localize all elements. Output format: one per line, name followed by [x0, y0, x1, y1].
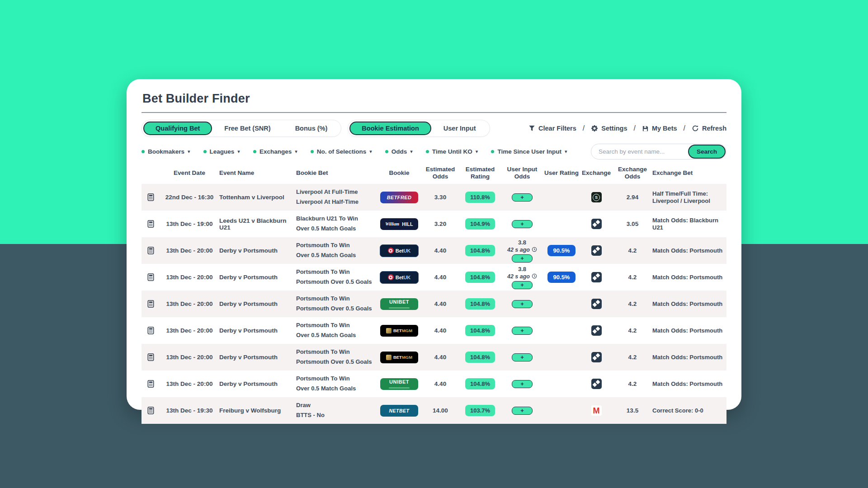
filter-exchanges[interactable]: Exchanges▾: [253, 148, 297, 155]
add-user-odds-button[interactable]: +: [512, 353, 533, 361]
table-row: 13th Dec - 20:00 Derby v Portsmouth Port…: [142, 317, 726, 344]
add-user-odds-button[interactable]: +: [512, 407, 533, 415]
bookie-cell: UNIBET: [377, 378, 422, 390]
bookie-cell: NETBET: [377, 405, 422, 417]
table-row: 13th Dec - 20:00 Derby v Portsmouth Port…: [142, 291, 726, 317]
exchange-bet: Match Odds: Portsmouth: [652, 354, 726, 361]
event-name: Freiburg v Wolfsburg: [219, 407, 296, 414]
matchbook-exchange-icon[interactable]: M: [591, 405, 602, 416]
event-date: 13th Dec - 20:00: [160, 274, 219, 281]
my-bets-button[interactable]: My Bets: [642, 125, 677, 132]
betdaq-exchange-icon[interactable]: [591, 352, 602, 362]
event-date: 22nd Dec - 16:30: [160, 194, 219, 201]
exchange-odds: 13.5: [613, 407, 652, 414]
filter-time-until-ko[interactable]: Time Until KO▾: [426, 148, 478, 155]
gear-icon: [591, 125, 598, 132]
user-odds-value: 3.8: [518, 266, 526, 272]
add-user-odds-button[interactable]: +: [512, 254, 533, 263]
tab-bookie-estimation[interactable]: Bookie Estimation: [349, 122, 431, 136]
tab-qualifying-bet[interactable]: Qualifying Bet: [143, 122, 212, 136]
clock-icon: [532, 247, 537, 253]
betdaq-exchange-icon[interactable]: [591, 245, 602, 256]
estimated-rating-badge: 104.8%: [465, 378, 495, 389]
table-row: 13th Dec - 20:00 Derby v Portsmouth Port…: [142, 237, 726, 264]
settings-button[interactable]: Settings: [591, 125, 627, 132]
filter-time-since-user-input[interactable]: Time Since User Input▾: [491, 148, 567, 155]
betdaq-exchange-icon[interactable]: [591, 379, 602, 389]
calculator-icon[interactable]: [142, 380, 160, 388]
estimated-rating-cell: 103.7%: [459, 405, 501, 416]
smarkets-exchange-icon[interactable]: S: [591, 192, 602, 202]
filter-dot-icon: [491, 150, 494, 153]
refresh-icon: [692, 125, 699, 132]
exchange-odds: 4.2: [613, 354, 652, 361]
filter-no-of-selections[interactable]: No. of Selections▾: [311, 148, 372, 155]
bookie-cell: UNIBET: [377, 298, 422, 310]
clear-filters-button[interactable]: Clear Filters: [528, 125, 576, 132]
add-user-odds-button[interactable]: +: [512, 220, 533, 228]
event-date: 13th Dec - 20:00: [160, 327, 219, 334]
betuk-roundel-icon: [388, 274, 394, 280]
bet-builder-card: Bet Builder Finder Qualifying Bet Free B…: [127, 79, 741, 410]
clear-filters-label: Clear Filters: [538, 125, 576, 132]
exchange-cell: S: [580, 192, 613, 202]
user-odds-value: 3.8: [518, 239, 526, 246]
exchange-bet: Correct Score: 0-0: [652, 407, 726, 414]
filter-odds[interactable]: Odds▾: [385, 148, 413, 155]
estimated-rating-cell: 104.8%: [459, 325, 501, 336]
calculator-icon[interactable]: [142, 327, 160, 334]
chevron-down-icon: ▾: [410, 149, 413, 155]
calculator-icon[interactable]: [142, 247, 160, 254]
calculator-icon[interactable]: [142, 353, 160, 361]
exchange-cell: [580, 325, 613, 336]
betdaq-exchange-icon[interactable]: [591, 219, 602, 229]
calculator-icon[interactable]: [142, 193, 160, 201]
add-user-odds-button[interactable]: +: [512, 300, 533, 308]
header-estimated-rating: Estimated Rating: [459, 166, 501, 180]
filter-funnel-icon: [528, 125, 535, 132]
estimated-rating-badge: 104.8%: [465, 272, 495, 283]
refresh-button[interactable]: Refresh: [692, 125, 726, 132]
calculator-icon[interactable]: [142, 273, 160, 281]
bookie-bet: Blackburn U21 To WinOver 0.5 Match Goals: [296, 216, 377, 232]
filter-dot-icon: [142, 150, 145, 153]
user-rating-badge: 90.5%: [547, 245, 576, 256]
tab-free-bet-snr[interactable]: Free Bet (SNR): [212, 122, 283, 136]
filters-row: Bookmakers▾ Leagues▾ Exchanges▾ No. of S…: [142, 143, 726, 160]
betdaq-exchange-icon[interactable]: [591, 325, 602, 336]
add-user-odds-button[interactable]: +: [512, 380, 533, 388]
action-separator: /: [684, 124, 685, 132]
estimated-rating-cell: 104.8%: [459, 298, 501, 310]
clock-icon: [532, 273, 537, 280]
user-rating-badge: 90.5%: [547, 272, 576, 283]
estimated-rating-badge: 104.9%: [465, 218, 495, 230]
calculator-icon[interactable]: [142, 220, 160, 228]
tab-bonus-percent[interactable]: Bonus (%): [283, 122, 340, 136]
exchange-odds: 3.05: [613, 221, 652, 227]
chevron-down-icon: ▾: [188, 149, 190, 155]
add-user-odds-button[interactable]: +: [512, 281, 533, 289]
event-name: Derby v Portsmouth: [219, 354, 296, 361]
betdaq-exchange-icon[interactable]: [591, 272, 602, 282]
calculator-icon[interactable]: [142, 407, 160, 414]
exchange-bet: Match Odds: Portsmouth: [652, 274, 726, 281]
betdaq-exchange-icon[interactable]: [591, 299, 602, 309]
chevron-down-icon: ▾: [295, 149, 297, 155]
settings-label: Settings: [601, 125, 627, 132]
user-input-odds-cell: +: [501, 353, 543, 361]
header-exchange-bet: Exchange Bet: [652, 169, 726, 177]
refresh-label: Refresh: [702, 125, 726, 132]
save-icon: [642, 125, 649, 132]
add-user-odds-button[interactable]: +: [512, 193, 533, 202]
search-button[interactable]: Search: [688, 145, 726, 159]
event-name: Derby v Portsmouth: [219, 380, 296, 387]
calculator-icon[interactable]: [142, 300, 160, 308]
filter-bookmakers[interactable]: Bookmakers▾: [142, 148, 190, 155]
estimated-odds: 14.00: [422, 407, 459, 414]
filter-leagues[interactable]: Leagues▾: [203, 148, 240, 155]
filter-dot-icon: [253, 150, 256, 153]
bookie-bet: Portsmouth To WinPortsmouth Over 0.5 Goa…: [296, 349, 377, 366]
table-header: Event Date Event Name Bookie Bet Bookie …: [142, 162, 726, 184]
add-user-odds-button[interactable]: +: [512, 327, 533, 335]
tab-user-input[interactable]: User Input: [431, 122, 488, 136]
